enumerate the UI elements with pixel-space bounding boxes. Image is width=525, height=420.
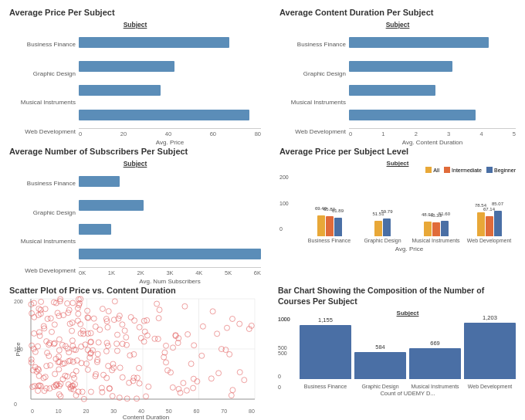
scatter-dot bbox=[91, 316, 97, 321]
scatter-dot bbox=[48, 316, 53, 321]
avg-duration-hbar-area: Business Finance Graphic Design Musical … bbox=[279, 29, 516, 146]
avg-subscribers-chart: Subject Business Finance Graphic Design … bbox=[9, 160, 261, 285]
scatter-dot bbox=[80, 389, 85, 395]
avg-price-title: Average Price Per Subject bbox=[9, 8, 261, 18]
scatter-dot bbox=[70, 372, 76, 378]
avg-price-axis-labels: 0 20 40 60 80 bbox=[79, 129, 261, 137]
grouped-y-label: Avg. Price bbox=[303, 246, 516, 252]
grouped-sub-bar: 59.79 bbox=[383, 218, 391, 236]
scatter-dot bbox=[134, 396, 140, 401]
scatter-dot bbox=[185, 332, 191, 337]
grouped-sub-bar: 48.97 bbox=[424, 222, 432, 236]
avg-price-subject-header: Subject bbox=[9, 21, 261, 29]
grouped-bar-group: 69.4065.8061.89Business Finance bbox=[303, 171, 356, 244]
scatter-dot bbox=[106, 309, 111, 314]
avg-subscribers-bars bbox=[79, 169, 261, 266]
scatter-dot bbox=[96, 340, 101, 345]
scatter-dot bbox=[44, 364, 49, 369]
scatter-dot bbox=[237, 321, 242, 327]
hbar-row bbox=[79, 85, 261, 96]
scatter-dot bbox=[132, 318, 137, 323]
scatter-dot bbox=[199, 353, 205, 358]
scatter-dot bbox=[164, 343, 169, 348]
scatter-dot bbox=[146, 384, 151, 389]
avg-price-y-labels: Business Finance Graphic Design Musical … bbox=[9, 30, 79, 146]
hbar-bar bbox=[79, 176, 120, 187]
scatter-x-ticks: 0 10 20 30 40 50 60 70 80 bbox=[31, 408, 255, 414]
scatter-dot bbox=[188, 361, 194, 367]
grouped-sub-bar: 51.51 bbox=[374, 221, 382, 236]
scatter-dot bbox=[58, 394, 63, 399]
scatter-dot bbox=[56, 392, 62, 398]
scatter-dot bbox=[120, 322, 125, 327]
scatter-dot bbox=[110, 394, 115, 399]
hbar-bar bbox=[79, 37, 229, 48]
scatter-dot bbox=[69, 338, 75, 344]
grouped-sub-bar: 85.07 bbox=[494, 211, 502, 236]
scatter-dot bbox=[191, 385, 196, 391]
avg-subscribers-bars-container: 0K 1K 2K 3K 4K 5K 6K Avg. Num Subscriber… bbox=[79, 169, 261, 285]
avg-duration-title: Average Content Duration Per Subject bbox=[279, 8, 516, 18]
scatter-dot bbox=[70, 300, 76, 306]
scatter-dot bbox=[137, 365, 142, 371]
scatter-dot bbox=[216, 371, 222, 376]
hbar-row bbox=[79, 176, 261, 187]
scatter-dot bbox=[114, 341, 120, 347]
avg-duration-y-labels: Business Finance Graphic Design Musical … bbox=[279, 30, 349, 146]
scatter-dot bbox=[120, 374, 125, 380]
avg-duration-subject-header: Subject bbox=[279, 21, 516, 29]
avg-subscribers-y-labels: Business Finance Graphic Design Musical … bbox=[9, 169, 79, 285]
scatter-dot bbox=[99, 385, 104, 391]
scatter-dot bbox=[242, 378, 247, 383]
hbar-row bbox=[79, 61, 261, 72]
courses-bar-col: 1,155Business Finance bbox=[300, 313, 351, 379]
scatter-dot bbox=[230, 388, 235, 393]
scatter-dot bbox=[76, 311, 81, 317]
avg-price-axis bbox=[79, 128, 261, 129]
scatter-title: Scatter Plot of Price vs. Content Durati… bbox=[9, 286, 261, 296]
scatter-dot bbox=[137, 324, 142, 330]
hbar-bar bbox=[349, 85, 435, 96]
avg-duration-axis-labels: 0 1 2 3 4 5 bbox=[349, 129, 516, 137]
scatter-dot bbox=[104, 375, 110, 381]
hbar-bar bbox=[79, 110, 249, 120]
avg-price-level-subject-label: Subject bbox=[279, 160, 516, 167]
scatter-dot bbox=[100, 307, 105, 312]
grouped-sub-bar: 78.54 bbox=[477, 212, 485, 235]
scatter-dot bbox=[59, 342, 65, 347]
scatter-dot bbox=[144, 394, 149, 399]
scatter-dot bbox=[106, 364, 111, 369]
scatter-dot bbox=[208, 376, 214, 381]
hbar-row bbox=[79, 37, 261, 48]
scatter-dot bbox=[70, 344, 76, 349]
hbar-bar bbox=[79, 61, 174, 72]
scatter-dot bbox=[115, 332, 120, 337]
avg-duration-bars bbox=[349, 30, 516, 127]
hbar-bar bbox=[349, 61, 452, 72]
scatter-x-label: Content Duration bbox=[31, 414, 261, 420]
scatter-dot bbox=[164, 360, 169, 365]
scatter-dot bbox=[97, 327, 103, 333]
scatter-dot bbox=[181, 381, 186, 386]
avg-price-level-bars: 200 100 0 69.4065.8061.89Business Financ… bbox=[279, 174, 516, 244]
avg-duration-axis bbox=[349, 128, 516, 129]
scatter-dot bbox=[225, 325, 230, 330]
scatter-dot bbox=[156, 316, 161, 321]
scatter-dot bbox=[237, 370, 242, 375]
scatter-dot bbox=[144, 333, 150, 338]
hbar-bar bbox=[349, 110, 476, 120]
courses-bar-col: 669Musical Instruments bbox=[409, 313, 461, 379]
hbar-row bbox=[349, 37, 516, 48]
avg-duration-chart: Subject Business Finance Graphic Design … bbox=[279, 21, 516, 146]
avg-price-panel: Average Price Per Subject Subject Busine… bbox=[0, 0, 270, 139]
avg-duration-bars-container: 0 1 2 3 4 5 Avg. Content Duration bbox=[349, 30, 516, 146]
avg-subscribers-hbar-area: Business Finance Graphic Design Musical … bbox=[9, 168, 261, 285]
avg-price-bars bbox=[79, 30, 261, 127]
courses-bar-col: 584Graphic Design bbox=[354, 313, 406, 379]
grouped-sub-bar: 46.33 bbox=[432, 222, 440, 236]
scatter-dot bbox=[88, 389, 93, 395]
scatter-dot bbox=[45, 351, 50, 356]
avg-price-bars-container: 0 20 40 60 80 Avg. Price bbox=[79, 30, 261, 146]
courses-title: Bar Chart Showing the Composition of the… bbox=[278, 286, 516, 307]
hbar-row bbox=[79, 249, 261, 259]
